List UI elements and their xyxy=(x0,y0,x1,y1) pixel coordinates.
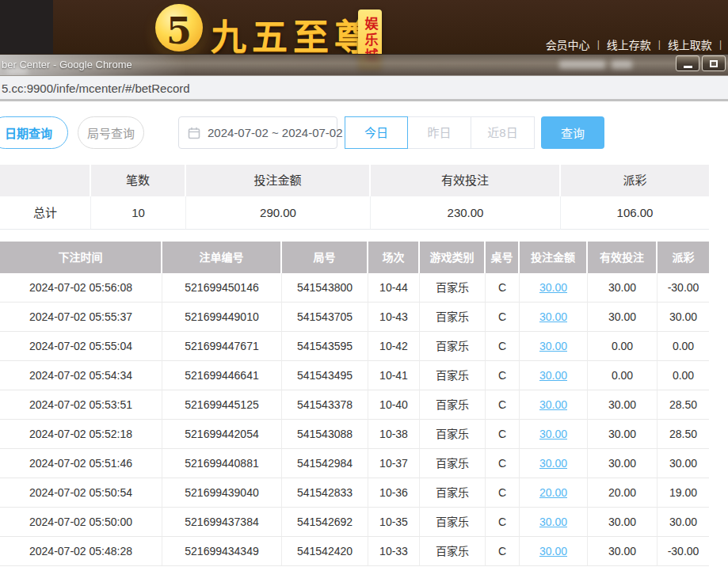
table-header-cell: 投注金额 xyxy=(520,242,588,273)
cell-amount: 30.00 xyxy=(520,449,588,478)
cell-round_no: 541543495 xyxy=(282,361,368,390)
bet-amount-link[interactable]: 30.00 xyxy=(539,428,567,440)
bet-amount-link[interactable]: 30.00 xyxy=(539,398,567,411)
quick-filter-3[interactable]: 近8日 xyxy=(471,116,535,149)
cell-bet_no: 521699449010 xyxy=(162,303,282,332)
table-body: 2024-07-02 05:56:08521699450146541543800… xyxy=(0,273,709,566)
cell-session: 10-36 xyxy=(368,478,420,508)
bet-amount-link[interactable]: 20.00 xyxy=(539,486,567,499)
cell-game: 百家乐 xyxy=(420,390,486,420)
bet-amount-link[interactable]: 30.00 xyxy=(539,340,567,352)
url-text[interactable]: 5.cc:9900/infe/mcenter/#/betRecord xyxy=(2,82,190,95)
cell-table_no: C xyxy=(486,537,520,566)
cell-game: 百家乐 xyxy=(420,303,486,332)
cell-session: 10-40 xyxy=(368,390,420,420)
quick-filter-2[interactable]: 昨日 xyxy=(408,116,471,149)
bet-amount-link[interactable]: 30.00 xyxy=(539,310,567,323)
nav-link-online-withdraw[interactable]: 线上取款 xyxy=(668,36,712,52)
cell-game: 百家乐 xyxy=(420,478,486,508)
cell-payout: 0.00 xyxy=(657,332,709,361)
cell-payout: 30.00 xyxy=(657,449,709,478)
bet-amount-link[interactable]: 30.00 xyxy=(539,369,567,382)
cell-game: 百家乐 xyxy=(420,537,486,566)
redacted-blur xyxy=(559,60,605,69)
cell-amount: 30.00 xyxy=(520,420,588,449)
table-row: 2024-07-02 05:48:28521699434349541542420… xyxy=(0,537,709,566)
cell-session: 10-42 xyxy=(368,332,420,361)
cell-amount: 30.00 xyxy=(520,332,588,361)
cell-time: 2024-07-02 05:55:04 xyxy=(0,332,162,361)
cell-round_no: 541542420 xyxy=(282,537,368,566)
cell-table_no: C xyxy=(486,273,520,303)
minimize-icon xyxy=(684,66,692,68)
table-header-row: 下注时间注单编号局号场次游戏类别桌号投注金额有效投注派彩 xyxy=(0,242,709,273)
cell-bet_no: 521699437384 xyxy=(162,508,282,537)
cell-round_no: 541542692 xyxy=(282,508,368,537)
cell-amount: 30.00 xyxy=(520,273,588,303)
table-row: 2024-07-02 05:55:04521699447671541543595… xyxy=(0,332,709,361)
bet-amount-link[interactable]: 30.00 xyxy=(539,457,567,470)
chrome-urlbar[interactable]: 5.cc:9900/infe/mcenter/#/betRecord xyxy=(0,75,728,101)
cell-table_no: C xyxy=(486,420,520,449)
bet-amount-link[interactable]: 30.00 xyxy=(539,516,567,528)
table-row: 2024-07-02 05:52:18521699442054541543088… xyxy=(0,420,709,449)
tab-date-query[interactable]: 日期查询 xyxy=(0,116,68,149)
cell-time: 2024-07-02 05:51:46 xyxy=(0,449,162,478)
cell-round_no: 541543705 xyxy=(282,303,368,332)
table-header-cell: 场次 xyxy=(368,242,420,273)
cell-game: 百家乐 xyxy=(420,273,486,303)
cell-valid: 20.00 xyxy=(588,478,657,508)
window-controls xyxy=(676,55,726,71)
quick-filter-1[interactable]: 今日 xyxy=(345,116,408,149)
cell-game: 百家乐 xyxy=(420,420,486,449)
date-range-input[interactable]: 2024-07-02 ~ 2024-07-02 xyxy=(178,116,337,149)
summary-value-cell: 总计 xyxy=(0,196,91,230)
search-button[interactable]: 查询 xyxy=(541,116,604,149)
maximize-icon xyxy=(710,60,718,67)
cell-valid: 30.00 xyxy=(588,508,657,537)
minimize-button[interactable] xyxy=(676,55,699,71)
table-header-cell: 游戏类别 xyxy=(420,242,486,273)
cell-time: 2024-07-02 05:55:37 xyxy=(0,303,162,332)
cell-table_no: C xyxy=(486,390,520,420)
summary-value-cell: 10 xyxy=(91,196,186,230)
table-header-cell: 注单编号 xyxy=(162,242,282,273)
bet-amount-link[interactable]: 30.00 xyxy=(539,281,567,294)
quick-date-segment: 今日昨日近8日 xyxy=(345,116,535,149)
table-row: 2024-07-02 05:56:08521699450146541543800… xyxy=(0,273,709,303)
bet-record-page: 5 九五至尊 娱乐城 会员中心|线上存款|线上取款| ber Center - … xyxy=(0,0,728,586)
cell-round_no: 541543595 xyxy=(282,332,368,361)
nav-separator: | xyxy=(719,39,722,50)
cell-session: 10-41 xyxy=(368,361,420,390)
cell-time: 2024-07-02 05:48:28 xyxy=(0,537,162,566)
cell-time: 2024-07-02 05:54:34 xyxy=(0,361,162,390)
table-header-cell: 派彩 xyxy=(657,242,709,273)
cell-amount: 30.00 xyxy=(520,537,588,566)
table-row: 2024-07-02 05:53:51521699445125541543378… xyxy=(0,390,709,420)
cell-payout: 30.00 xyxy=(657,303,709,332)
maximize-button[interactable] xyxy=(702,55,726,71)
nav-link-member-center[interactable]: 会员中心 xyxy=(546,36,590,52)
nav-link-online-deposit[interactable]: 线上存款 xyxy=(607,36,651,52)
cell-time: 2024-07-02 05:50:00 xyxy=(0,508,162,537)
cell-round_no: 541542984 xyxy=(282,449,368,478)
calendar-icon xyxy=(188,127,200,139)
redacted-blur xyxy=(612,60,632,69)
site-logo-text: 九五至尊 xyxy=(211,9,375,60)
cell-table_no: C xyxy=(486,508,520,537)
summary-header-cell: 派彩 xyxy=(561,165,709,196)
cell-payout: -30.00 xyxy=(657,537,709,566)
cell-round_no: 541542833 xyxy=(282,478,368,508)
header-left-dark-panel xyxy=(0,0,53,54)
logo-badge-5: 5 xyxy=(166,13,192,49)
cell-game: 百家乐 xyxy=(420,332,486,361)
summary-header-cell: 投注金额 xyxy=(186,165,371,196)
cell-time: 2024-07-02 05:53:51 xyxy=(0,390,162,420)
bet-amount-link[interactable]: 30.00 xyxy=(539,545,567,557)
cell-payout: 0.00 xyxy=(657,361,709,390)
cell-table_no: C xyxy=(486,303,520,332)
nav-separator: | xyxy=(597,39,600,50)
tab-round-query[interactable]: 局号查询 xyxy=(78,116,144,149)
bet-records-table: 下注时间注单编号局号场次游戏类别桌号投注金额有效投注派彩 2024-07-02 … xyxy=(0,242,709,566)
cell-round_no: 541543088 xyxy=(282,420,368,449)
